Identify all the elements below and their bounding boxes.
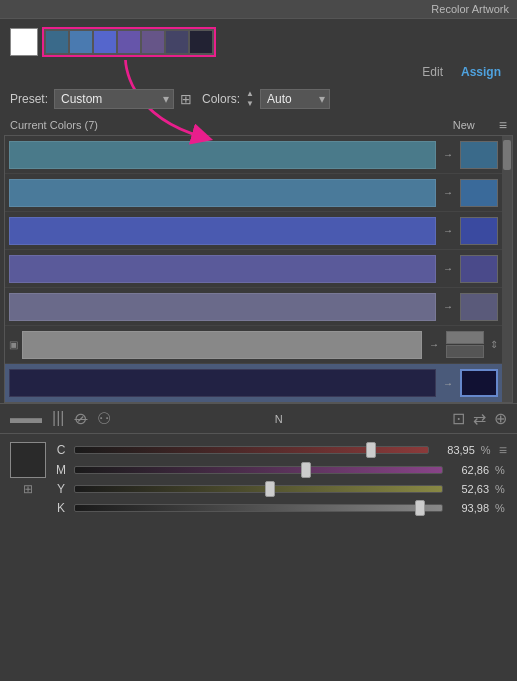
y-pct: % xyxy=(495,483,507,495)
cmyk-section: ⊞ C 83,95 % ≡ M 62,86 % xyxy=(0,433,517,528)
scale-icon[interactable]: ⊡ xyxy=(452,409,465,428)
m-pct: % xyxy=(495,464,507,476)
menu-icon[interactable]: ≡ xyxy=(499,117,507,133)
y-slider-thumb[interactable] xyxy=(265,481,275,497)
current-color-bar[interactable] xyxy=(9,369,436,397)
color-row: → xyxy=(5,250,502,288)
swatch-1[interactable] xyxy=(46,31,68,53)
c-slider-thumb[interactable] xyxy=(366,442,376,458)
bar-view-icon[interactable]: ||| xyxy=(52,409,64,428)
swatches-row xyxy=(0,19,517,61)
row-icon[interactable]: ▣ xyxy=(9,339,18,350)
map-arrow-icon[interactable]: → xyxy=(440,263,456,274)
current-color-bar[interactable] xyxy=(9,293,436,321)
map-arrow-icon[interactable]: → xyxy=(426,339,442,350)
map-arrow-icon[interactable]: → xyxy=(440,225,456,236)
white-swatch[interactable] xyxy=(10,28,38,56)
row-view-icon[interactable]: ▬▬ xyxy=(10,409,42,428)
current-color-bar[interactable] xyxy=(9,255,436,283)
add-color-icon[interactable]: ⚇ xyxy=(97,409,111,428)
colors-dropdown[interactable]: Auto xyxy=(260,89,330,109)
color-swatches-group xyxy=(42,27,216,57)
n-label: N xyxy=(275,413,283,425)
cmyk-swatch-col: ⊞ xyxy=(10,442,46,520)
k-slider-thumb[interactable] xyxy=(415,500,425,516)
k-slider-container xyxy=(74,501,443,515)
cmyk-y-row: Y 52,63 % xyxy=(54,482,507,496)
current-color-bar[interactable] xyxy=(22,331,422,359)
map-arrow-icon[interactable]: → xyxy=(440,378,456,389)
c-slider-track xyxy=(74,446,429,454)
map-arrow-icon[interactable]: → xyxy=(440,301,456,312)
current-color-bar[interactable] xyxy=(9,179,436,207)
new-color-box[interactable] xyxy=(460,255,498,283)
grid-view-icon[interactable]: ⊞ xyxy=(180,91,192,107)
colors-label: Colors: xyxy=(202,92,240,106)
scrollbar-thumb[interactable] xyxy=(503,140,511,170)
new-color-box[interactable] xyxy=(460,293,498,321)
cmyk-c-row: C 83,95 % ≡ xyxy=(54,442,507,458)
y-slider-container xyxy=(74,482,443,496)
color-row: → xyxy=(5,288,502,326)
y-label: Y xyxy=(54,482,68,496)
c-slider-container xyxy=(74,443,429,457)
m-value[interactable]: 62,86 xyxy=(449,464,489,476)
swatch-5[interactable] xyxy=(142,31,164,53)
new-color-split xyxy=(446,331,484,358)
new-label: New xyxy=(453,119,475,131)
tabs-row: Edit Assign xyxy=(0,61,517,85)
new-color-box[interactable] xyxy=(460,179,498,207)
cmyk-sliders: C 83,95 % ≡ M 62,86 % Y xyxy=(54,442,507,520)
swatch-7[interactable] xyxy=(190,31,212,53)
preset-select-wrapper: Custom xyxy=(54,89,174,109)
map-arrow-icon[interactable]: → xyxy=(440,187,456,198)
cmyk-k-row: K 93,98 % xyxy=(54,501,507,515)
current-color-bar[interactable] xyxy=(9,141,436,169)
link-icon[interactable]: ⊞ xyxy=(23,482,33,496)
toolbar-icons-left: ▬▬ ||| ⊘ ⚇ xyxy=(10,409,111,428)
k-label: K xyxy=(54,501,68,515)
new-color-top[interactable] xyxy=(446,331,484,344)
more-options-icon[interactable]: ⊕ xyxy=(494,409,507,428)
y-value[interactable]: 52,63 xyxy=(449,483,489,495)
swap-colors-icon[interactable]: ⇄ xyxy=(473,409,486,428)
row-scroll-icon[interactable]: ⇕ xyxy=(490,339,498,350)
m-slider-thumb[interactable] xyxy=(301,462,311,478)
c-pct: % xyxy=(481,444,493,456)
current-colors-title: Current Colors (7) xyxy=(10,119,98,131)
color-row: → xyxy=(5,212,502,250)
swatch-4[interactable] xyxy=(118,31,140,53)
preset-dropdown[interactable]: Custom xyxy=(54,89,174,109)
color-row: ▣ → ⇕ xyxy=(5,326,502,364)
panel-title: Recolor Artwork xyxy=(431,3,509,15)
swatch-2[interactable] xyxy=(70,31,92,53)
y-slider-track xyxy=(74,485,443,493)
current-color-bar[interactable] xyxy=(9,217,436,245)
new-color-box[interactable] xyxy=(460,141,498,169)
new-color-bottom[interactable] xyxy=(446,345,484,358)
no-recolor-icon[interactable]: ⊘ xyxy=(74,409,87,428)
tab-assign[interactable]: Assign xyxy=(455,63,507,81)
preset-row: Preset: Custom ⊞ Colors: ▲▼ Auto xyxy=(0,85,517,113)
k-value[interactable]: 93,98 xyxy=(449,502,489,514)
colors-spinner[interactable]: ▲▼ xyxy=(246,89,254,108)
swatch-3[interactable] xyxy=(94,31,116,53)
new-color-box-selected[interactable] xyxy=(460,369,498,397)
c-label: C xyxy=(54,443,68,457)
new-color-box[interactable] xyxy=(460,217,498,245)
tab-edit[interactable]: Edit xyxy=(416,63,449,81)
color-row: → xyxy=(5,174,502,212)
k-slider-track xyxy=(74,504,443,512)
colors-select-wrapper: Auto xyxy=(260,89,330,109)
color-row-selected: → xyxy=(5,364,502,402)
c-value[interactable]: 83,95 xyxy=(435,444,475,456)
swatch-6[interactable] xyxy=(166,31,188,53)
map-arrow-icon[interactable]: → xyxy=(440,149,456,160)
preset-label: Preset: xyxy=(10,92,48,106)
color-row: → xyxy=(5,136,502,174)
c-menu-icon[interactable]: ≡ xyxy=(499,442,507,458)
scrollbar[interactable] xyxy=(502,136,512,402)
m-slider-track xyxy=(74,466,443,474)
cmyk-color-swatch[interactable] xyxy=(10,442,46,478)
cmyk-m-row: M 62,86 % xyxy=(54,463,507,477)
